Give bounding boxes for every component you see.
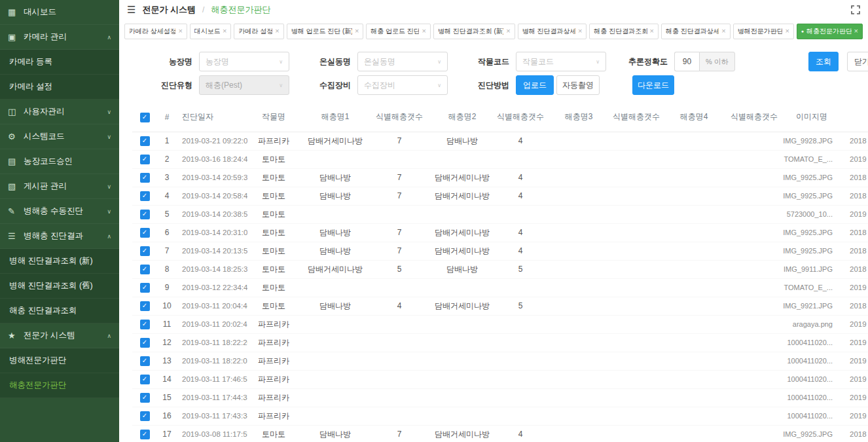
row-checkbox[interactable]: ✓ [140, 338, 150, 348]
sidebar-subitem[interactable]: 카메라 등록 [0, 50, 119, 75]
auto-capture-method-button[interactable]: 자동촬영 [556, 75, 600, 95]
cell-pest4 [660, 425, 728, 442]
cell-count4 [728, 297, 780, 315]
close-icon[interactable]: × [650, 28, 654, 35]
close-icon[interactable]: × [506, 28, 510, 35]
accuracy-input[interactable] [674, 52, 699, 71]
row-checkbox[interactable]: ✓ [140, 155, 150, 164]
close-icon[interactable]: × [275, 28, 279, 35]
row-checkbox[interactable]: ✓ [140, 283, 150, 293]
cell-pest2: 담배나방 [428, 132, 496, 150]
row-checkbox[interactable]: ✓ [140, 320, 150, 329]
cell-extra: 2019 [843, 278, 868, 297]
sidebar-item-label: 병해전문가판단 [9, 355, 67, 366]
tab[interactable]: 해충 진단결과상세× [661, 24, 731, 39]
sidebar-subitem[interactable]: 해충 진단결과조회 [0, 299, 119, 323]
row-checkbox[interactable]: ✓ [140, 265, 150, 274]
sidebar-item[interactable]: ▣카메라 관리∧ [0, 25, 119, 50]
fullscreen-icon[interactable] [851, 5, 860, 14]
tab[interactable]: 병해 업로드 진단 (新)× [287, 24, 364, 39]
sidebar-item-label: 병해충 진단결과 [24, 230, 83, 242]
cell-count4 [728, 333, 780, 352]
row-checkbox[interactable]: ✓ [140, 301, 150, 311]
cell-count2: 4 [496, 187, 545, 205]
hamburger-icon[interactable]: ☰ [127, 4, 136, 16]
cell-count1 [371, 388, 428, 407]
sidebar-item[interactable]: ▧게시판 관리∨ [0, 174, 119, 199]
sidebar-item[interactable]: ▤농장코드승인 [0, 149, 119, 174]
close-button[interactable]: 닫기 [847, 52, 868, 71]
row-checkbox[interactable]: ✓ [140, 375, 150, 384]
close-icon[interactable]: × [854, 28, 858, 35]
sidebar-subitem[interactable]: 병해전문가판단 [0, 348, 119, 373]
cell-pest2: 담배거세미나방 [428, 187, 496, 205]
sidebar-item[interactable]: ✎병해충 수동진단∨ [0, 199, 119, 224]
cell-count1: 7 [371, 223, 428, 242]
tab-active[interactable]: ●해충전문가판단× [797, 24, 863, 39]
cell-count3 [613, 205, 660, 223]
close-icon[interactable]: × [422, 28, 425, 35]
chevron-down-icon: ∨ [107, 109, 111, 115]
row-checkbox[interactable]: ✓ [140, 228, 150, 238]
row-checkbox[interactable]: ✓ [140, 191, 150, 201]
cell-pest1 [300, 205, 371, 223]
cell-check: ✓ [132, 370, 157, 388]
sidebar-subitem[interactable]: 카메라 설정 [0, 75, 119, 100]
table-row: ✓162019-03-11 17:43:34파프리카1000411020...2… [132, 407, 868, 425]
sidebar-subitem[interactable]: 병해 진단결과조회 (新) [0, 249, 119, 274]
row-checkbox[interactable]: ✓ [140, 411, 150, 421]
accuracy-filter: 추론정확도 % 이하 [626, 52, 735, 71]
tab[interactable]: 병해 진단결과상세× [518, 24, 587, 39]
row-checkbox[interactable]: ✓ [140, 173, 150, 183]
row-checkbox[interactable]: ✓ [140, 393, 150, 403]
upload-method-button[interactable]: 업로드 [516, 75, 554, 95]
row-checkbox[interactable]: ✓ [140, 430, 150, 439]
tab[interactable]: 대시보드× [190, 24, 232, 39]
cell-no: 17 [157, 425, 177, 442]
tab[interactable]: 카메라 상세설정× [124, 24, 187, 39]
row-checkbox[interactable]: ✓ [140, 210, 150, 219]
tab[interactable]: 병해전문가판단× [733, 24, 794, 39]
crop-code-select[interactable]: 작물코드 ∨ [516, 52, 606, 71]
table-row: ✓72019-03-14 20:13:53토마토담배나방7담배거세미나방4IMG… [132, 242, 868, 260]
tab[interactable]: 카메라 설정× [234, 24, 283, 39]
row-checkbox[interactable]: ✓ [140, 136, 150, 146]
sidebar-subitem[interactable]: 병해 진단결과조회 (舊) [0, 274, 119, 299]
close-icon[interactable]: × [785, 28, 789, 35]
farm-select[interactable]: 농장명 ∨ [199, 52, 289, 71]
tab-bar: 카메라 상세설정×대시보드×카메라 설정×병해 업로드 진단 (新)×해충 업로… [119, 20, 868, 43]
select-all-checkbox[interactable]: ✓ [140, 113, 150, 122]
diagnosis-type-select: 해충(Pest) ∨ [199, 75, 289, 95]
row-checkbox[interactable]: ✓ [140, 246, 150, 256]
cell-pest1: 담배나방 [300, 297, 371, 315]
greenhouse-select[interactable]: 온실동명 ∨ [357, 52, 448, 71]
close-icon[interactable]: × [223, 28, 226, 35]
cell-count1: 4 [371, 297, 428, 315]
close-icon[interactable]: × [721, 28, 725, 35]
sidebar-item-label: 카메라 등록 [9, 56, 52, 67]
cell-crop: 토마토 [247, 297, 300, 315]
sidebar-item[interactable]: ◫사용자관리∨ [0, 100, 119, 124]
sidebar-subitem[interactable]: 해충전문가판단 [0, 373, 119, 398]
tab[interactable]: 해충 진단결과조회× [589, 24, 659, 39]
sidebar-item[interactable]: ▦대시보드 [0, 0, 119, 25]
tab[interactable]: 병해 진단결과조회 (新)× [433, 24, 515, 39]
sidebar-item[interactable]: ☰병해충 진단결과∧ [0, 224, 119, 249]
download-button[interactable]: 다운로드 [632, 75, 674, 95]
equipment-select[interactable]: 수집장비 ∨ [357, 75, 448, 95]
sidebar-item[interactable]: ★전문가 시스템∧ [0, 323, 119, 348]
cell-count2: 4 [496, 168, 545, 187]
system-code-icon: ⚙ [8, 132, 24, 141]
close-icon[interactable]: × [355, 28, 359, 35]
sidebar-item[interactable]: ⚙시스템코드∨ [0, 124, 119, 149]
close-icon[interactable]: × [578, 28, 582, 35]
cell-image: IMG_9928.JPG [780, 132, 843, 150]
diagnosis-type-label: 진단유형 [151, 80, 192, 91]
search-button[interactable]: 조회 [808, 52, 839, 71]
close-icon[interactable]: × [178, 28, 182, 35]
filter-row-1: 농장명 농장명 ∨ 온실동명 온실동명 ∨ 작물코드 작물코드 ∨ [119, 52, 868, 71]
tab[interactable]: 해충 업로드 진단× [366, 24, 431, 39]
row-checkbox[interactable]: ✓ [140, 356, 150, 366]
cell-pest1 [300, 407, 371, 425]
cell-image: aragaya.png [780, 315, 843, 333]
